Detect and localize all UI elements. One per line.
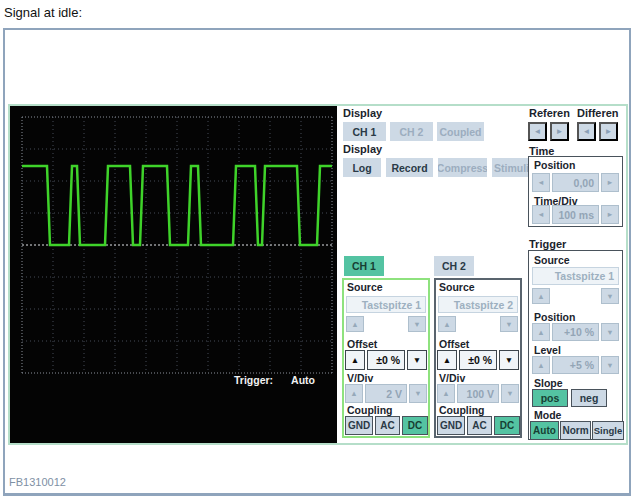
arrow-left-icon: ◄ bbox=[534, 127, 542, 136]
ch2-coupling-label: Coupling bbox=[439, 404, 485, 416]
difference-prev-button[interactable]: ◄ bbox=[577, 122, 596, 141]
arrow-down-icon: ▼ bbox=[414, 389, 421, 398]
ch1-vdiv-spinner: ▲ 2 V ▼ bbox=[345, 384, 427, 403]
arrow-left-icon: ◄ bbox=[537, 178, 544, 187]
ch2-vdiv-label: V/Div bbox=[439, 372, 465, 384]
figure-frame: Trigger: Auto Display CH 1 CH 2 Coupled … bbox=[3, 28, 631, 496]
trigger-position-value: +10 % bbox=[552, 323, 599, 341]
timediv-dec-button[interactable]: ◄ bbox=[532, 205, 550, 224]
arrow-up-icon: ▲ bbox=[537, 361, 544, 370]
slope-pos-button[interactable]: pos bbox=[532, 389, 568, 407]
trigger-source-down-button[interactable]: ▼ bbox=[601, 288, 619, 304]
scope-app-panel: Trigger: Auto Display CH 1 CH 2 Coupled … bbox=[8, 104, 628, 445]
trigger-position-label: Position bbox=[534, 311, 575, 323]
ch1-offset-down-button[interactable]: ▼ bbox=[407, 350, 427, 370]
ch1-source-stepper: ▲ ▼ bbox=[346, 316, 426, 332]
display-modes-label: Display bbox=[343, 143, 382, 155]
ch1-source-down-button[interactable]: ▼ bbox=[408, 316, 426, 332]
ch2-offset-down-button[interactable]: ▼ bbox=[499, 350, 519, 370]
reference-prev-button[interactable]: ◄ bbox=[528, 122, 547, 141]
trigger-readout: Trigger: Auto bbox=[234, 374, 315, 386]
ch1-vdiv-down-button[interactable]: ▼ bbox=[409, 384, 427, 403]
trigger-source-up-button[interactable]: ▲ bbox=[532, 288, 550, 304]
ch1-vdiv-up-button[interactable]: ▲ bbox=[345, 384, 363, 403]
ch2-offset-value: ±0 % bbox=[459, 350, 497, 370]
arrow-right-icon: ► bbox=[605, 127, 613, 136]
ch2-offset-up-button[interactable]: ▲ bbox=[437, 350, 457, 370]
arrow-left-icon: ◄ bbox=[583, 127, 591, 136]
ch1-ac-button[interactable]: AC bbox=[375, 416, 400, 435]
arrow-up-icon: ▲ bbox=[351, 355, 359, 365]
arrow-down-icon: ▼ bbox=[505, 355, 513, 365]
arrow-up-icon: ▲ bbox=[537, 292, 544, 301]
trigger-readout-value: Auto bbox=[291, 374, 315, 386]
ch1-box: Source Tastspitze 1 ▲ ▼ Offset ▲ ±0 % ▼ … bbox=[342, 278, 430, 438]
log-button[interactable]: Log bbox=[343, 158, 381, 177]
trigger-level-value: +5 % bbox=[552, 356, 599, 374]
time-position-value: 0,00 bbox=[552, 173, 599, 192]
compress-button[interactable]: Compress bbox=[438, 158, 487, 177]
trigger-slope-row: pos neg bbox=[532, 389, 607, 407]
trigger-box: Source Tastspitze 1 ▲ ▼ Position ▲ +10 %… bbox=[528, 250, 623, 440]
trigger-level-up-button[interactable]: ▲ bbox=[532, 356, 550, 374]
reference-label: Referen bbox=[529, 107, 570, 119]
time-position-label: Position bbox=[534, 159, 575, 171]
mode-norm-button[interactable]: Norm bbox=[560, 421, 591, 440]
arrow-up-icon: ▲ bbox=[442, 389, 449, 398]
ch1-source-value: Tastspitze 1 bbox=[346, 296, 426, 313]
mode-auto-button[interactable]: Auto bbox=[530, 421, 559, 440]
arrow-down-icon: ▼ bbox=[606, 292, 613, 301]
scope-svg bbox=[10, 106, 337, 443]
arrow-right-icon: ► bbox=[606, 210, 613, 219]
ch1-offset-spinner: ▲ ±0 % ▼ bbox=[345, 350, 427, 370]
difference-next-button[interactable]: ► bbox=[599, 122, 618, 141]
arrow-up-icon: ▲ bbox=[443, 320, 450, 329]
mode-single-button[interactable]: Single bbox=[592, 421, 624, 440]
ch2-dc-button[interactable]: DC bbox=[494, 416, 520, 435]
arrow-down-icon: ▼ bbox=[606, 361, 613, 370]
display-ch1-button[interactable]: CH 1 bbox=[343, 122, 386, 141]
trigger-level-label: Level bbox=[534, 344, 561, 356]
slope-neg-button[interactable]: neg bbox=[571, 389, 607, 407]
page: Signal at idle: Trigger: Auto Display CH… bbox=[0, 0, 639, 504]
display-channels-label: Display bbox=[343, 107, 382, 119]
scope-display: Trigger: Auto bbox=[10, 106, 337, 443]
time-position-dec-button[interactable]: ◄ bbox=[532, 173, 550, 192]
arrow-right-icon: ► bbox=[606, 178, 613, 187]
record-button[interactable]: Record bbox=[386, 158, 433, 177]
ch1-coupling-row: GND AC DC bbox=[345, 416, 428, 435]
arrow-down-icon: ▼ bbox=[606, 328, 613, 337]
ch2-offset-spinner: ▲ ±0 % ▼ bbox=[437, 350, 519, 370]
reference-next-button[interactable]: ► bbox=[550, 122, 569, 141]
ch1-dc-button[interactable]: DC bbox=[402, 416, 428, 435]
figure-id: FB1310012 bbox=[9, 476, 66, 488]
ch2-vdiv-up-button[interactable]: ▲ bbox=[437, 384, 455, 403]
ch2-tab[interactable]: CH 2 bbox=[434, 256, 474, 276]
trigger-source-stepper: ▲ ▼ bbox=[532, 288, 619, 304]
trigger-position-down-button[interactable]: ▼ bbox=[601, 323, 619, 341]
trigger-section-label: Trigger bbox=[529, 238, 566, 250]
ch1-gnd-button[interactable]: GND bbox=[345, 416, 373, 435]
timediv-inc-button[interactable]: ► bbox=[601, 205, 619, 224]
ch2-gnd-button[interactable]: GND bbox=[437, 416, 465, 435]
time-position-inc-button[interactable]: ► bbox=[601, 173, 619, 192]
trigger-readout-label: Trigger: bbox=[234, 374, 273, 386]
display-ch2-button[interactable]: CH 2 bbox=[390, 122, 433, 141]
ch2-source-down-button[interactable]: ▼ bbox=[500, 316, 518, 332]
ch1-tab[interactable]: CH 1 bbox=[344, 256, 384, 276]
display-coupled-button[interactable]: Coupled bbox=[437, 122, 484, 141]
stimuli-button[interactable]: Stimuli bbox=[492, 158, 531, 177]
ch2-ac-button[interactable]: AC bbox=[467, 416, 492, 435]
trigger-level-down-button[interactable]: ▼ bbox=[601, 356, 619, 374]
trigger-mode-row: Auto Norm Single bbox=[530, 421, 624, 440]
ch1-source-up-button[interactable]: ▲ bbox=[346, 316, 364, 332]
trigger-position-up-button[interactable]: ▲ bbox=[532, 323, 550, 341]
ch2-source-up-button[interactable]: ▲ bbox=[438, 316, 456, 332]
trigger-slope-label: Slope bbox=[534, 377, 563, 389]
ch1-offset-value: ±0 % bbox=[367, 350, 405, 370]
ch2-vdiv-spinner: ▲ 100 V ▼ bbox=[437, 384, 519, 403]
ch2-vdiv-down-button[interactable]: ▼ bbox=[501, 384, 519, 403]
arrow-down-icon: ▼ bbox=[505, 320, 512, 329]
ch1-offset-up-button[interactable]: ▲ bbox=[345, 350, 365, 370]
arrow-down-icon: ▼ bbox=[413, 355, 421, 365]
